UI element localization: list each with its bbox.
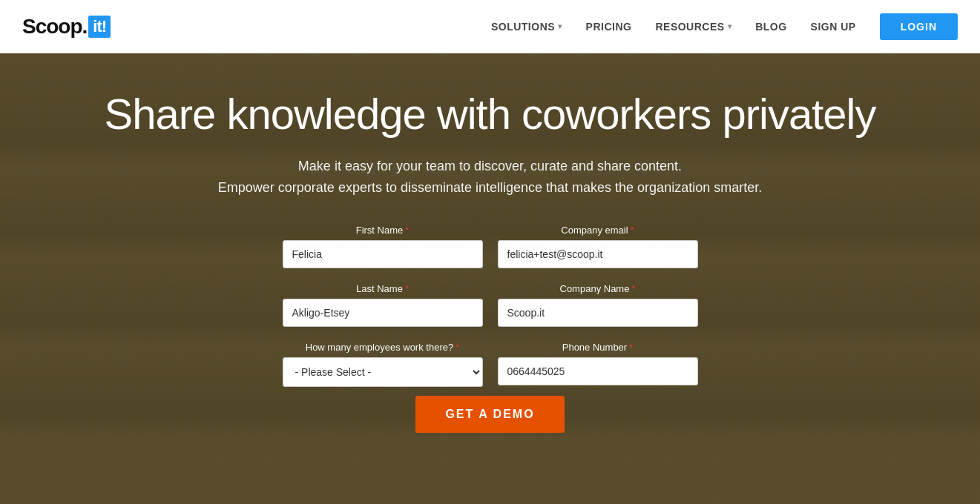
main-nav: SOLUTIONS ▾ PRICING RESOURCES ▾ BLOG SIG… xyxy=(491,13,958,40)
company-name-required: * xyxy=(631,283,635,294)
first-name-required: * xyxy=(405,225,409,236)
nav-signup[interactable]: SIGN UP xyxy=(811,21,856,33)
company-email-input[interactable] xyxy=(498,240,698,268)
company-name-label: Company Name* xyxy=(498,283,698,294)
company-email-label: Company email* xyxy=(498,225,698,236)
first-name-label: First Name* xyxy=(283,225,483,236)
nav-solutions[interactable]: SOLUTIONS ▾ xyxy=(491,21,562,33)
nav-solutions-arrow: ▾ xyxy=(558,22,562,30)
nav-resources-arrow: ▾ xyxy=(728,22,732,30)
employees-required: * xyxy=(456,342,459,353)
employees-label: How many employees work there?* xyxy=(283,342,483,353)
hero-subtitle-line2: Empower corporate experts to disseminate… xyxy=(218,180,762,195)
logo[interactable]: Scoop.it! xyxy=(22,15,111,39)
last-name-group: Last Name* xyxy=(283,283,483,327)
hero-section: Share knowledge with coworkers privately… xyxy=(0,53,980,504)
company-email-required: * xyxy=(631,225,634,236)
first-name-input[interactable] xyxy=(283,240,483,268)
hero-title: Share knowledge with coworkers privately xyxy=(45,90,935,138)
nav-solutions-label: SOLUTIONS xyxy=(491,21,555,33)
get-demo-button[interactable]: GET A DEMO xyxy=(415,396,564,433)
nav-pricing[interactable]: PRICING xyxy=(586,21,632,33)
company-name-group: Company Name* xyxy=(498,283,698,327)
hero-subtitle-line1: Make it easy for your team to discover, … xyxy=(298,159,682,173)
last-name-label: Last Name* xyxy=(283,283,483,294)
signup-form: First Name* Company email* Last Name* xyxy=(275,225,706,387)
employees-select[interactable]: - Please Select - 1-10 11-50 51-200 201-… xyxy=(283,357,483,387)
phone-required: * xyxy=(629,342,633,353)
login-button[interactable]: LOGIN xyxy=(880,13,958,40)
logo-scoop-text: Scoop. xyxy=(22,15,87,39)
hero-subtitle: Make it easy for your team to discover, … xyxy=(0,156,980,199)
phone-input[interactable] xyxy=(498,357,698,385)
header: Scoop.it! SOLUTIONS ▾ PRICING RESOURCES … xyxy=(0,0,980,53)
logo-it-text: it! xyxy=(88,16,111,38)
nav-resources[interactable]: RESOURCES ▾ xyxy=(655,21,731,33)
company-email-group: Company email* xyxy=(498,225,698,268)
nav-blog[interactable]: BLOG xyxy=(755,21,786,33)
employees-group: How many employees work there?* - Please… xyxy=(283,342,483,387)
hero-content: Share knowledge with coworkers privately… xyxy=(0,53,980,433)
first-name-group: First Name* xyxy=(283,225,483,268)
nav-blog-label: BLOG xyxy=(755,21,786,33)
phone-group: Phone Number* xyxy=(498,342,698,387)
phone-label: Phone Number* xyxy=(498,342,698,353)
last-name-required: * xyxy=(405,283,409,294)
nav-pricing-label: PRICING xyxy=(586,21,632,33)
nav-signup-label: SIGN UP xyxy=(811,21,856,33)
company-name-input[interactable] xyxy=(498,299,698,327)
last-name-input[interactable] xyxy=(283,299,483,327)
nav-resources-label: RESOURCES xyxy=(655,21,724,33)
